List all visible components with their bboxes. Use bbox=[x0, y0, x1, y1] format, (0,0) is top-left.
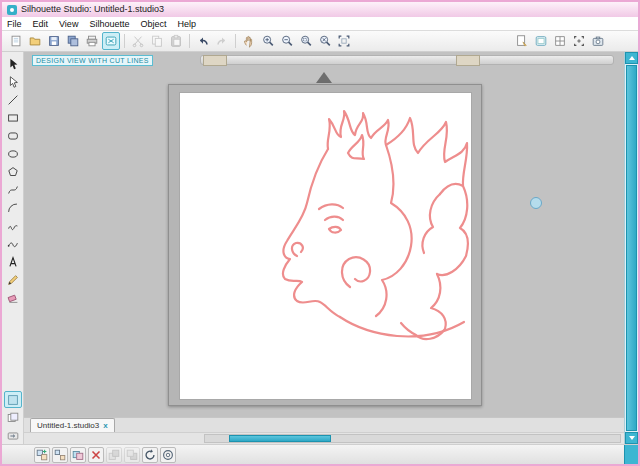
save-button[interactable] bbox=[45, 32, 63, 50]
eraser-icon bbox=[6, 291, 20, 305]
horizontal-scroll-track[interactable] bbox=[204, 434, 621, 443]
send-to-back-button[interactable] bbox=[124, 447, 140, 463]
fill-panel-button[interactable] bbox=[4, 391, 22, 408]
cut-button[interactable] bbox=[129, 32, 147, 50]
edit-points-tool[interactable] bbox=[4, 73, 22, 90]
bring-to-front-button[interactable] bbox=[106, 447, 122, 463]
group-icon bbox=[35, 448, 49, 462]
bottom-toolbar-icons bbox=[34, 447, 176, 463]
menu-object[interactable]: Object bbox=[140, 19, 166, 29]
ellipse-tool[interactable] bbox=[4, 145, 22, 162]
zoom-out-icon bbox=[280, 34, 294, 48]
menu-file[interactable]: File bbox=[7, 19, 22, 29]
horizontal-scrollbar bbox=[24, 432, 624, 444]
paste-button[interactable] bbox=[167, 32, 185, 50]
textA-icon bbox=[6, 255, 20, 269]
scissors-icon bbox=[131, 34, 145, 48]
copy-button[interactable] bbox=[148, 32, 166, 50]
blue-dot-indicator bbox=[530, 197, 542, 209]
ungroup-button[interactable] bbox=[52, 447, 68, 463]
scroll-down-button[interactable] bbox=[625, 432, 638, 444]
horizontal-scroll-thumb[interactable] bbox=[229, 435, 331, 442]
line-tool[interactable] bbox=[4, 91, 22, 108]
toolbar-left-group bbox=[7, 32, 353, 50]
text-tool[interactable] bbox=[4, 253, 22, 270]
pan-button[interactable] bbox=[240, 32, 258, 50]
cutting-mat bbox=[168, 84, 482, 406]
regmarks-icon bbox=[572, 34, 586, 48]
redo-icon bbox=[215, 34, 229, 48]
cutting-mat-settings-button[interactable] bbox=[532, 32, 550, 50]
rounded-rectangle-tool[interactable] bbox=[4, 127, 22, 144]
document-tab-label: Untitled-1.studio3 bbox=[37, 421, 99, 430]
ungroup-icon bbox=[53, 448, 67, 462]
rotate-button[interactable] bbox=[142, 447, 158, 463]
mat-orientation-arrow-icon bbox=[316, 72, 332, 83]
send-to-silhouette-button[interactable] bbox=[102, 32, 120, 50]
freehand-tool[interactable] bbox=[4, 217, 22, 234]
scrollbar-corner bbox=[624, 445, 638, 464]
arrow-icon bbox=[6, 57, 20, 71]
curve-icon bbox=[6, 183, 20, 197]
scroll-up-button[interactable] bbox=[625, 52, 638, 64]
select-tool[interactable] bbox=[4, 55, 22, 72]
pixscan-button[interactable] bbox=[589, 32, 607, 50]
design-page-settings-button[interactable] bbox=[513, 32, 531, 50]
eraser-tool[interactable] bbox=[4, 289, 22, 306]
new-document-button[interactable] bbox=[7, 32, 25, 50]
menu-help[interactable]: Help bbox=[177, 19, 196, 29]
forward-icon bbox=[107, 448, 121, 462]
group-button[interactable] bbox=[34, 447, 50, 463]
delete-button[interactable] bbox=[88, 447, 104, 463]
page-settings-icon bbox=[515, 34, 529, 48]
save-as-button[interactable] bbox=[64, 32, 82, 50]
redo-button[interactable] bbox=[213, 32, 231, 50]
toolbar-separator bbox=[235, 34, 236, 48]
menu-silhouette[interactable]: Silhouette bbox=[89, 19, 129, 29]
registration-marks-button[interactable] bbox=[570, 32, 588, 50]
draw-notes-tool[interactable] bbox=[4, 271, 22, 288]
polygon-tool[interactable] bbox=[4, 163, 22, 180]
duplicate-button[interactable] bbox=[70, 447, 86, 463]
print-button[interactable] bbox=[83, 32, 101, 50]
line-icon bbox=[6, 93, 20, 107]
design-page[interactable] bbox=[179, 92, 472, 400]
fit-to-window-button[interactable] bbox=[335, 32, 353, 50]
smooth-freehand-tool[interactable] bbox=[4, 235, 22, 252]
weld-button[interactable] bbox=[160, 447, 176, 463]
zoom-selection-button[interactable] bbox=[297, 32, 315, 50]
down-arrow-icon bbox=[629, 436, 635, 440]
curve-tool[interactable] bbox=[4, 181, 22, 198]
document-tab[interactable]: Untitled-1.studio3 x bbox=[30, 418, 115, 432]
polygon-icon bbox=[6, 165, 20, 179]
design-canvas[interactable]: DESIGN VIEW WITH CUT LINES bbox=[24, 52, 624, 417]
doc-icon bbox=[9, 34, 23, 48]
rrect-icon bbox=[6, 129, 20, 143]
main-area: DESIGN VIEW WITH CUT LINES bbox=[2, 52, 638, 444]
horse-design[interactable] bbox=[180, 93, 471, 399]
zoom-out-button[interactable] bbox=[278, 32, 296, 50]
rectangle-tool[interactable] bbox=[4, 109, 22, 126]
app-window: Silhouette Studio: Untitled-1.studio3 Fi… bbox=[0, 0, 640, 466]
zoom-select-icon bbox=[299, 34, 313, 48]
undo-button[interactable] bbox=[194, 32, 212, 50]
grid-settings-button[interactable] bbox=[551, 32, 569, 50]
title-bar[interactable]: Silhouette Studio: Untitled-1.studio3 bbox=[2, 2, 638, 17]
arc-tool[interactable] bbox=[4, 199, 22, 216]
library-button[interactable] bbox=[4, 409, 22, 426]
rotate-icon bbox=[143, 448, 157, 462]
drag-zoom-button[interactable] bbox=[316, 32, 334, 50]
folder-icon bbox=[28, 34, 42, 48]
view-mode-label: DESIGN VIEW WITH CUT LINES bbox=[32, 55, 153, 66]
close-tab-icon[interactable]: x bbox=[103, 422, 107, 430]
vertical-scroll-thumb[interactable] bbox=[626, 65, 637, 431]
menu-edit[interactable]: Edit bbox=[33, 19, 49, 29]
open-button[interactable] bbox=[26, 32, 44, 50]
roller-notch bbox=[203, 55, 227, 66]
main-toolbar bbox=[2, 31, 638, 52]
toolbar-right-group bbox=[513, 32, 607, 50]
menu-view[interactable]: View bbox=[59, 19, 78, 29]
menu-bar: FileEditViewSilhouetteObjectHelp bbox=[2, 17, 638, 31]
zoom-in-button[interactable] bbox=[259, 32, 277, 50]
send-panel-button[interactable] bbox=[4, 427, 22, 444]
